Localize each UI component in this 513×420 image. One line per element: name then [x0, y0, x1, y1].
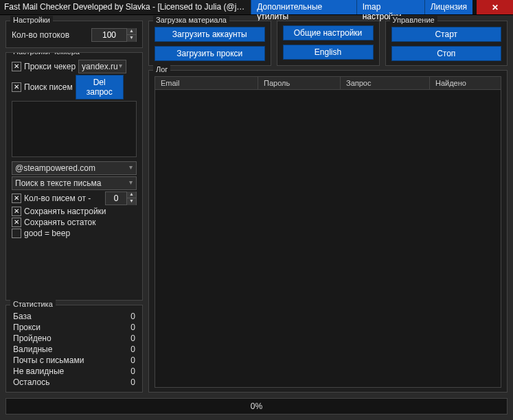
load-proxies-button[interactable]: Загрузить прокси [155, 46, 265, 61]
search-mails-label: Поиск писем [24, 82, 73, 92]
log-body [155, 90, 501, 387]
start-button[interactable]: Старт [391, 27, 502, 42]
save-settings-label: Сохранять настройки [24, 207, 106, 216]
progress-text: 0% [251, 401, 262, 411]
stat-value: 0 [130, 355, 135, 365]
search-mails-checkbox[interactable]: ✕ [12, 82, 21, 92]
stat-row: Пройдено0 [12, 333, 137, 344]
stat-key: Не валидные [13, 366, 64, 376]
stat-row: Не валидные0 [12, 366, 137, 377]
log-header: Email Пароль Запрос Найдено [155, 77, 501, 90]
stat-value: 0 [130, 323, 135, 332]
threads-input[interactable] [92, 30, 126, 40]
stat-value: 0 [130, 312, 135, 321]
menu-imap-settings[interactable]: Imap настройки [356, 0, 424, 14]
count-from-label: Кол-во писем от - [24, 194, 102, 203]
stat-value: 0 [130, 345, 135, 354]
titlebar: Fast Mail Checker Developed by Slavka - … [0, 0, 513, 15]
checker-legend: Настройки чеккера [10, 52, 82, 56]
checker-settings-group: Настройки чеккера ✕ Прокси чекер ✕ Поиск… [5, 52, 143, 301]
count-from-input[interactable] [106, 194, 126, 203]
stat-key: Прокси [13, 323, 41, 332]
save-remainder-checkbox[interactable]: ✕ [12, 218, 21, 227]
settings-group: Настройки Кол-во потоков ▲ ▼ [5, 21, 143, 48]
menu-license[interactable]: Лицензия [424, 0, 472, 14]
stat-value: 0 [130, 334, 135, 343]
log-col-found[interactable]: Найдено [430, 77, 501, 89]
load-accounts-button[interactable]: Загрузить аккаунты [155, 27, 265, 42]
general-settings-button[interactable]: Общие настройки [283, 25, 374, 40]
stat-key: Валидные [13, 345, 52, 354]
stat-key: Почты с письмами [13, 355, 84, 365]
proxy-checker-checkbox[interactable]: ✕ [12, 62, 21, 71]
stat-row: База0 [12, 311, 137, 322]
log-legend: Лог [153, 65, 170, 73]
stat-row: Почты с письмами0 [12, 355, 137, 366]
settings-legend: Настройки [10, 16, 53, 24]
log-col-query[interactable]: Запрос [341, 77, 430, 89]
window-title: Fast Mail Checker Developed by Slavka - … [0, 0, 251, 14]
close-button[interactable]: ✕ [477, 0, 513, 14]
control-group: Управление Старт Стоп [385, 21, 508, 66]
stat-value: 0 [130, 377, 135, 387]
log-group: Лог Email Пароль Запрос Найдено [148, 70, 508, 393]
stat-key: Пройдено [13, 334, 52, 343]
stat-row: Прокси0 [12, 322, 137, 333]
search-in-body-select[interactable] [12, 176, 137, 190]
save-remainder-label: Сохранять остаток [24, 218, 96, 227]
stats-group: Статистика База0Прокси0Пройдено0Валидные… [5, 305, 143, 393]
good-beep-label: good = beep [24, 229, 70, 238]
stop-button[interactable]: Стоп [391, 46, 502, 61]
menu-extras[interactable]: Дополнительные утилиты [251, 0, 356, 14]
threads-spin-up-icon[interactable]: ▲ [126, 28, 136, 35]
domain-select[interactable] [12, 161, 137, 175]
stat-key: Осталось [13, 377, 49, 387]
del-request-button[interactable]: Del запрос [76, 75, 124, 100]
log-col-email[interactable]: Email [155, 77, 258, 89]
count-spin-up-icon[interactable]: ▲ [126, 191, 136, 198]
count-from-checkbox[interactable]: ✕ [12, 194, 21, 203]
load-material-group: Загрузка материала Загрузить аккаунты За… [148, 21, 271, 66]
threads-spinner[interactable]: ▲ ▼ [91, 28, 137, 42]
load-legend: Загрузка материала [153, 16, 229, 24]
count-from-spinner[interactable]: ▲ ▼ [105, 191, 137, 205]
stat-row: Осталось0 [12, 377, 137, 388]
save-settings-checkbox[interactable]: ✕ [12, 207, 21, 216]
general-group: Общие настройки English [277, 21, 380, 66]
stat-row: Валидные0 [12, 344, 137, 355]
count-spin-down-icon[interactable]: ▼ [126, 198, 136, 205]
threads-spin-down-icon[interactable]: ▼ [126, 35, 136, 42]
log-col-password[interactable]: Пароль [258, 77, 341, 89]
proxy-checker-select[interactable] [78, 60, 126, 73]
good-beep-checkbox[interactable]: ✕ [12, 229, 21, 238]
stat-key: База [13, 312, 32, 321]
log-table[interactable]: Email Пароль Запрос Найдено [155, 76, 501, 388]
english-button[interactable]: English [283, 45, 374, 60]
threads-label: Кол-во потоков [12, 30, 89, 40]
proxy-checker-label: Прокси чекер [24, 62, 76, 71]
close-icon: ✕ [492, 3, 499, 12]
control-legend: Управление [390, 16, 437, 24]
progress-bar: 0% [5, 398, 508, 415]
stat-value: 0 [130, 366, 135, 376]
stats-legend: Статистика [10, 300, 56, 308]
queries-list[interactable] [12, 101, 137, 157]
